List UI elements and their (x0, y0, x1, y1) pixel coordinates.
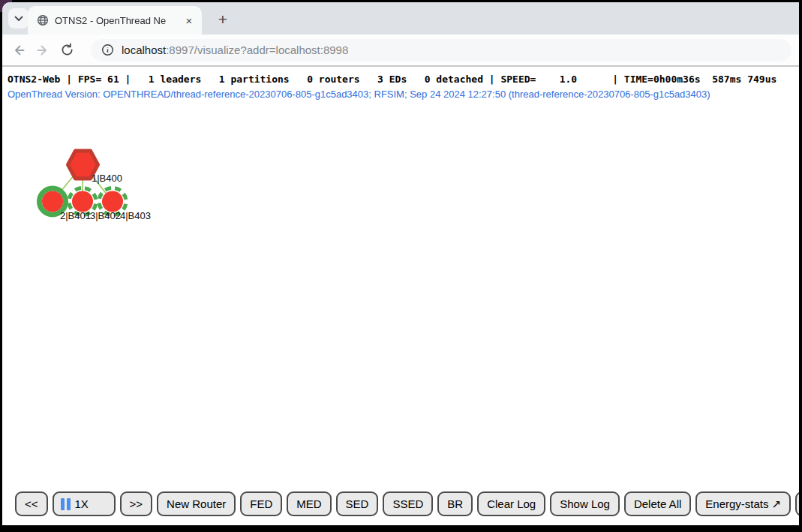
node-label: 1|B400 (92, 173, 122, 184)
fast-forward-button[interactable]: >> (120, 491, 153, 516)
url-text: localhost:8997/visualize?addr=localhost:… (122, 44, 348, 56)
tab-strip: OTNS2 - OpenThread Ne × + (2, 2, 799, 35)
otns-page: OTNS2-Web | FPS= 61 | 1 leaders 1 partit… (2, 67, 799, 525)
page-info-icon[interactable] (101, 44, 114, 56)
simulation-toolbar: << 1X >> New Router FED MED SED SSED BR … (15, 491, 799, 516)
forward-button[interactable] (31, 38, 55, 62)
rewind-button[interactable]: << (15, 491, 48, 516)
forward-arrow-icon (35, 43, 50, 58)
chevron-down-icon (14, 16, 23, 22)
tab-search-button[interactable] (8, 8, 29, 29)
speed-label: 1X (75, 497, 89, 510)
new-router-button[interactable]: New Router (157, 491, 236, 516)
node-stats-button[interactable]: Node-stats ↗ (795, 491, 799, 516)
browser-window: OTNS2 - OpenThread Ne × + localhost:8997… (2, 2, 799, 525)
sed-button[interactable]: SED (336, 491, 379, 516)
reload-icon (60, 43, 74, 57)
ssed-button[interactable]: SSED (383, 491, 433, 516)
tab-close-icon[interactable]: × (182, 14, 196, 27)
reload-button[interactable] (55, 38, 79, 62)
fed-button[interactable]: FED (240, 491, 282, 516)
address-bar[interactable]: localhost:8997/visualize?addr=localhost:… (91, 39, 791, 62)
new-tab-button[interactable]: + (213, 10, 233, 29)
url-path: :8997/visualize?addr=localhost:8998 (166, 44, 348, 56)
browser-toolbar: localhost:8997/visualize?addr=localhost:… (2, 35, 799, 65)
globe-icon (37, 14, 49, 26)
node-label: 4|B403 (120, 210, 151, 221)
tab-title: OTNS2 - OpenThread Ne (55, 15, 182, 26)
energy-stats-button[interactable]: Energy-stats ↗ (695, 491, 791, 516)
back-arrow-icon (11, 43, 26, 58)
show-log-button[interactable]: Show Log (550, 491, 620, 516)
br-button[interactable]: BR (437, 491, 473, 516)
med-button[interactable]: MED (287, 491, 331, 516)
url-host: localhost (122, 44, 166, 56)
node-label: 3|B402 (90, 210, 121, 221)
delete-all-button[interactable]: Delete All (624, 491, 691, 516)
back-button[interactable] (7, 38, 31, 62)
speed-button[interactable]: 1X (53, 491, 116, 516)
clear-log-button[interactable]: Clear Log (477, 491, 545, 516)
pause-icon (61, 498, 71, 510)
tab-otns2[interactable]: OTNS2 - OpenThread Ne × (28, 6, 202, 35)
node-label: 2|B401 (60, 210, 91, 221)
